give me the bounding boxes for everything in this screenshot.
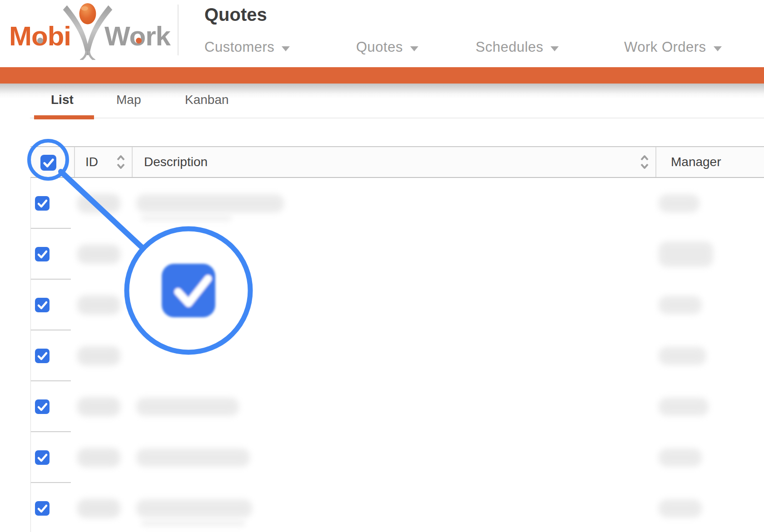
tab-map[interactable]: Map — [116, 93, 141, 107]
row-checkbox-cell — [31, 178, 71, 229]
page-title: Quotes — [204, 5, 267, 25]
redacted-id — [77, 397, 120, 416]
nav-work-orders[interactable]: Work Orders — [624, 39, 722, 55]
row-checkbox[interactable] — [35, 349, 50, 363]
column-divider — [655, 147, 656, 177]
nav-work-orders-label: Work Orders — [624, 39, 706, 55]
table-row — [0, 330, 764, 381]
sort-icon[interactable] — [116, 154, 126, 170]
table-row — [0, 178, 764, 229]
chevron-down-icon — [714, 46, 722, 51]
nav-schedules-label: Schedules — [476, 39, 543, 55]
column-divider — [132, 147, 133, 177]
redacted-description — [136, 194, 284, 212]
row-checkbox[interactable] — [35, 196, 50, 211]
table-row — [0, 483, 764, 532]
tab-bar-border — [30, 118, 764, 118]
row-checkbox[interactable] — [35, 247, 50, 261]
select-all-checkbox[interactable] — [40, 155, 56, 171]
chevron-down-icon — [551, 46, 559, 51]
redacted-manager — [659, 296, 702, 314]
table-row — [0, 229, 764, 280]
logo-word-work: Work — [104, 23, 170, 60]
table-row — [0, 432, 764, 483]
redacted-manager — [659, 398, 709, 416]
top-bar: Mobi Work Quotes — [0, 0, 764, 67]
accent-bar-shadow — [0, 84, 764, 99]
redacted-id — [77, 346, 120, 365]
redacted-id — [77, 194, 120, 213]
redacted-manager — [659, 347, 706, 365]
accent-bar — [0, 67, 764, 84]
redacted-manager — [659, 499, 702, 517]
mobiwork-logo[interactable]: Mobi Work — [9, 2, 170, 60]
redacted-description-line2 — [141, 520, 245, 527]
row-checkbox-cell — [31, 483, 71, 532]
redacted-id — [77, 245, 120, 264]
column-header-description[interactable]: Description — [144, 147, 208, 177]
redacted-description-line2 — [141, 215, 232, 222]
redacted-id — [77, 499, 120, 518]
redacted-id — [77, 448, 120, 467]
chevron-down-icon — [282, 46, 290, 51]
redacted-manager — [659, 241, 713, 267]
nav-customers[interactable]: Customers — [204, 39, 290, 55]
row-checkbox-cell — [31, 229, 71, 280]
row-checkbox[interactable] — [35, 450, 50, 465]
tab-list[interactable]: List — [51, 93, 74, 107]
column-header-id[interactable]: ID — [85, 147, 98, 177]
redacted-manager — [659, 448, 702, 467]
nav-customers-label: Customers — [204, 39, 274, 55]
row-checkbox-cell — [31, 381, 71, 432]
header-divider — [178, 5, 179, 55]
redacted-manager — [659, 194, 700, 212]
sort-icon[interactable] — [640, 154, 650, 170]
column-divider — [74, 147, 75, 177]
table-row — [0, 381, 764, 432]
row-checkbox-cell — [31, 432, 71, 483]
row-checkbox[interactable] — [35, 501, 50, 516]
row-checkbox-cell — [31, 330, 71, 381]
column-header-manager: Manager — [671, 147, 721, 177]
nav-quotes[interactable]: Quotes — [356, 39, 418, 55]
chevron-down-icon — [410, 46, 418, 51]
table-row — [0, 280, 764, 330]
redacted-description — [136, 499, 252, 517]
nav-schedules[interactable]: Schedules — [476, 39, 559, 55]
redacted-id — [77, 296, 120, 315]
table-body — [0, 178, 764, 532]
redacted-description — [136, 448, 250, 467]
row-checkbox-cell — [31, 280, 71, 330]
nav-quotes-label: Quotes — [356, 39, 403, 55]
active-tab-underline — [34, 115, 94, 119]
redacted-description — [136, 398, 239, 416]
table-header: ID Description Manager — [30, 146, 764, 178]
tab-kanban[interactable]: Kanban — [185, 93, 229, 107]
row-checkbox[interactable] — [35, 399, 50, 414]
logo-word-mobi: Mobi — [9, 23, 71, 60]
row-checkbox[interactable] — [35, 298, 50, 312]
